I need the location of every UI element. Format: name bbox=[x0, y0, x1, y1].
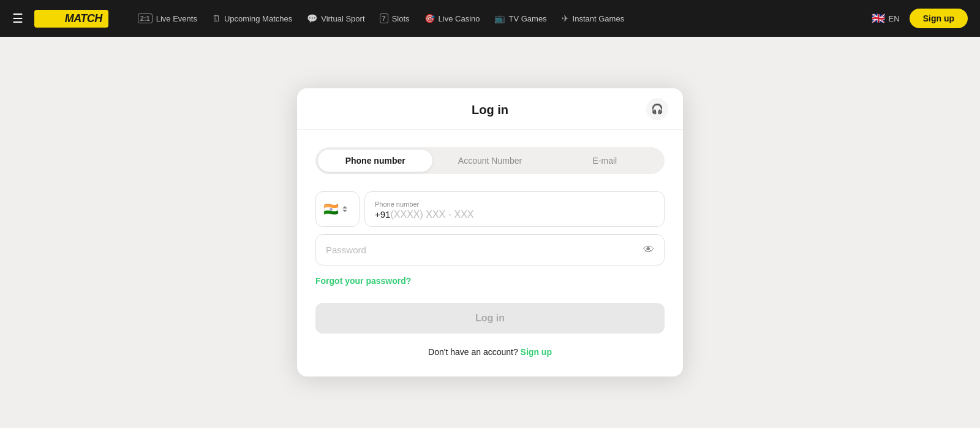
tab-email[interactable]: E-mail bbox=[548, 150, 662, 172]
phone-placeholder: (XXXX) XXX - XXX bbox=[390, 209, 473, 220]
password-field[interactable]: Password 👁 bbox=[315, 234, 665, 266]
slots-icon: 7 bbox=[380, 13, 388, 23]
tab-account-number[interactable]: Account Number bbox=[432, 150, 547, 172]
country-selector[interactable]: 🇮🇳 bbox=[315, 191, 360, 227]
page-content: Log in 🎧 Phone number Account Number E-m… bbox=[0, 37, 980, 428]
signup-link[interactable]: Sign up bbox=[521, 347, 552, 357]
phone-field-label: Phone number bbox=[375, 201, 654, 208]
country-chevron bbox=[342, 206, 347, 212]
signup-button[interactable]: Sign up bbox=[910, 9, 968, 28]
upcoming-matches-icon: 🗓 bbox=[212, 13, 221, 23]
forgot-password-link[interactable]: Forgot your password? bbox=[315, 276, 411, 286]
nav-upcoming-matches[interactable]: 🗓 Upcoming Matches bbox=[206, 10, 298, 27]
phone-number-field[interactable]: Phone number +91(XXXX) XXX - XXX bbox=[364, 191, 665, 227]
chevron-down-icon bbox=[342, 210, 347, 212]
flag-icon: 🇬🇧 bbox=[872, 12, 885, 25]
phone-field-value: +91(XXXX) XXX - XXX bbox=[375, 209, 654, 220]
nav-live-events-label: Live Events bbox=[156, 14, 197, 23]
nav-instant-games-label: Instant Games bbox=[573, 14, 625, 23]
hamburger-icon[interactable]: ☰ bbox=[12, 11, 23, 26]
nav-right: 🇬🇧 EN Sign up bbox=[872, 9, 968, 28]
country-flag: 🇮🇳 bbox=[323, 202, 339, 216]
logo-text: PARIMATCH bbox=[34, 10, 108, 28]
tab-phone-number[interactable]: Phone number bbox=[318, 150, 432, 172]
login-button[interactable]: Log in bbox=[315, 303, 665, 334]
signup-text: Don't have an account? Sign up bbox=[315, 347, 665, 357]
language-label: EN bbox=[889, 14, 900, 23]
phone-input-group: 🇮🇳 Phone number +91(XXXX) XXX - XXX bbox=[315, 191, 665, 227]
nav-slots-label: Slots bbox=[392, 14, 410, 23]
login-tabs: Phone number Account Number E-mail bbox=[315, 147, 665, 174]
modal-title: Log in bbox=[472, 103, 508, 117]
no-account-text: Don't have an account? bbox=[428, 347, 518, 357]
login-modal: Log in 🎧 Phone number Account Number E-m… bbox=[297, 88, 683, 376]
eye-icon[interactable]: 👁 bbox=[643, 243, 654, 256]
support-icon: 🎧 bbox=[651, 103, 663, 115]
nav-virtual-sport[interactable]: 💬 Virtual Sport bbox=[301, 10, 371, 27]
modal-header: Log in 🎧 bbox=[297, 88, 683, 130]
nav-live-casino[interactable]: 🎯 Live Casino bbox=[418, 10, 486, 27]
nav-live-events[interactable]: 2:1 Live Events bbox=[132, 10, 203, 27]
nav-links: 2:1 Live Events 🗓 Upcoming Matches 💬 Vir… bbox=[132, 10, 867, 27]
nav-live-casino-label: Live Casino bbox=[439, 14, 480, 23]
live-casino-icon: 🎯 bbox=[424, 13, 435, 23]
nav-slots[interactable]: 7 Slots bbox=[374, 10, 416, 27]
nav-virtual-sport-label: Virtual Sport bbox=[321, 14, 364, 23]
live-events-icon: 2:1 bbox=[138, 13, 153, 23]
logo[interactable]: PARIMATCH bbox=[34, 10, 108, 28]
instant-games-icon: ✈ bbox=[562, 13, 569, 23]
password-placeholder-text: Password bbox=[326, 245, 643, 255]
language-selector[interactable]: 🇬🇧 EN bbox=[872, 12, 900, 25]
navbar: ☰ PARIMATCH 2:1 Live Events 🗓 Upcoming M… bbox=[0, 0, 980, 37]
nav-upcoming-matches-label: Upcoming Matches bbox=[224, 14, 292, 23]
modal-body: Phone number Account Number E-mail 🇮🇳 Ph… bbox=[297, 130, 683, 376]
tv-games-icon: 📺 bbox=[494, 13, 505, 23]
nav-tv-games-label: TV Games bbox=[508, 14, 546, 23]
virtual-sport-icon: 💬 bbox=[307, 13, 317, 23]
nav-instant-games[interactable]: ✈ Instant Games bbox=[556, 10, 631, 27]
support-button[interactable]: 🎧 bbox=[646, 98, 668, 120]
phone-country-code: +91 bbox=[375, 209, 390, 220]
nav-tv-games[interactable]: 📺 TV Games bbox=[488, 10, 552, 27]
chevron-up-icon bbox=[342, 206, 347, 208]
